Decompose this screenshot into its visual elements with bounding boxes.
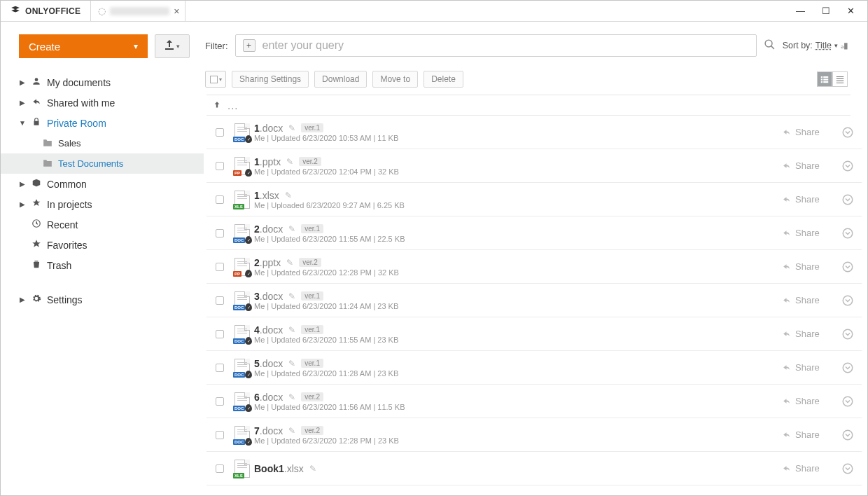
file-row[interactable]: PP 2.pptx ✎ ver.2 Me | Updated 6/23/2020… bbox=[206, 250, 862, 284]
share-button[interactable]: Share bbox=[782, 329, 838, 339]
edit-icon[interactable]: ✎ bbox=[288, 291, 295, 301]
edit-icon[interactable]: ✎ bbox=[288, 123, 295, 133]
minimize-button[interactable]: — bbox=[796, 6, 805, 16]
close-window-button[interactable]: ✕ bbox=[847, 6, 855, 16]
collapse-icon[interactable]: ▼ bbox=[19, 119, 26, 127]
edit-icon[interactable]: ✎ bbox=[286, 258, 293, 268]
close-tab-icon[interactable]: × bbox=[174, 6, 179, 17]
sidebar-item-sales[interactable]: Sales bbox=[19, 133, 194, 153]
row-checkbox[interactable] bbox=[209, 397, 230, 406]
row-actions-button[interactable] bbox=[838, 193, 858, 206]
select-all-checkbox[interactable]: ▾ bbox=[205, 71, 226, 88]
maximize-button[interactable]: ☐ bbox=[822, 6, 830, 16]
row-actions-button[interactable] bbox=[838, 160, 858, 172]
file-row[interactable]: DOC 3.docx ✎ ver.1 Me | Updated 6/23/202… bbox=[206, 284, 862, 317]
file-row[interactable]: DOC 5.docx ✎ ver.1 Me | Updated 6/23/202… bbox=[206, 351, 862, 385]
expand-icon[interactable]: ▶ bbox=[19, 78, 26, 86]
sidebar-item-settings[interactable]: ▶ Settings bbox=[19, 289, 194, 310]
file-row[interactable]: PP 1.pptx ✎ ver.2 Me | Updated 6/23/2020… bbox=[206, 149, 862, 183]
file-list[interactable]: DOC 1.docx ✎ ver.1 Me | Updated 6/23/202… bbox=[206, 116, 862, 495]
version-badge[interactable]: ver.1 bbox=[301, 224, 323, 233]
share-button[interactable]: Share bbox=[782, 362, 838, 373]
file-row[interactable]: DOC 2.docx ✎ ver.1 Me | Updated 6/23/202… bbox=[206, 216, 862, 250]
file-row[interactable]: XLS 1.xlsx ✎ Me | Uploaded 6/23/2020 9:2… bbox=[206, 183, 862, 216]
add-filter-icon[interactable]: + bbox=[243, 39, 255, 52]
share-button[interactable]: Share bbox=[782, 261, 838, 272]
share-button[interactable]: Share bbox=[782, 228, 838, 238]
edit-icon[interactable]: ✎ bbox=[288, 426, 295, 436]
row-actions-button[interactable] bbox=[838, 429, 858, 441]
edit-icon[interactable]: ✎ bbox=[288, 392, 295, 402]
row-actions-button[interactable] bbox=[838, 328, 858, 340]
share-button[interactable]: Share bbox=[782, 429, 838, 440]
upload-button[interactable]: ▾ bbox=[155, 34, 190, 58]
row-actions-button[interactable] bbox=[838, 126, 858, 139]
row-actions-button[interactable] bbox=[838, 395, 858, 408]
row-checkbox[interactable] bbox=[209, 229, 230, 237]
version-badge[interactable]: ver.1 bbox=[301, 359, 323, 368]
version-badge[interactable]: ver.1 bbox=[301, 325, 323, 334]
create-button[interactable]: Create ▾ bbox=[19, 34, 148, 58]
list-view-button[interactable] bbox=[817, 71, 832, 87]
edit-icon[interactable]: ✎ bbox=[309, 464, 316, 474]
expand-icon[interactable]: ▶ bbox=[19, 200, 26, 208]
search-icon[interactable] bbox=[764, 39, 776, 53]
sharing-settings-button[interactable]: Sharing Settings bbox=[232, 71, 309, 88]
row-checkbox[interactable] bbox=[209, 431, 230, 439]
sidebar-item-test-documents[interactable]: Test Documents bbox=[1, 153, 204, 174]
sidebar-item-in-projects[interactable]: ▶ In projects bbox=[19, 194, 194, 214]
share-button[interactable]: Share bbox=[782, 396, 838, 406]
edit-icon[interactable]: ✎ bbox=[285, 191, 292, 200]
version-badge[interactable]: ver.2 bbox=[301, 392, 323, 401]
row-actions-button[interactable] bbox=[838, 227, 858, 240]
sidebar-item-favorites[interactable]: Favorites bbox=[19, 235, 194, 255]
row-checkbox[interactable] bbox=[209, 296, 230, 305]
sidebar-item-shared[interactable]: ▶ Shared with me bbox=[19, 92, 194, 113]
version-badge[interactable]: ver.2 bbox=[299, 157, 321, 166]
share-button[interactable]: Share bbox=[782, 295, 838, 305]
share-button[interactable]: Share bbox=[782, 463, 838, 474]
delete-button[interactable]: Delete bbox=[424, 71, 463, 88]
sort-direction-icon[interactable]: ₐ▮ bbox=[841, 41, 848, 50]
file-row[interactable]: DOC 7.docx ✎ ver.2 Me | Updated 6/23/202… bbox=[206, 418, 862, 452]
expand-icon[interactable]: ▶ bbox=[19, 296, 26, 303]
version-badge[interactable]: ver.2 bbox=[301, 426, 323, 435]
row-actions-button[interactable] bbox=[838, 361, 858, 374]
row-checkbox[interactable] bbox=[209, 195, 230, 204]
row-actions-button[interactable] bbox=[838, 462, 858, 475]
row-checkbox[interactable] bbox=[209, 162, 230, 170]
edit-icon[interactable]: ✎ bbox=[288, 325, 295, 335]
row-checkbox[interactable] bbox=[209, 464, 230, 473]
row-actions-button[interactable] bbox=[838, 294, 858, 307]
folder-up-bar[interactable]: ... bbox=[206, 95, 850, 116]
file-row[interactable]: DOC 6.docx ✎ ver.2 Me | Updated 6/23/202… bbox=[206, 385, 862, 418]
sort-field[interactable]: Title bbox=[816, 41, 832, 50]
edit-icon[interactable]: ✎ bbox=[286, 157, 293, 167]
file-row[interactable]: DOC 1.docx ✎ ver.1 Me | Updated 6/23/202… bbox=[206, 116, 862, 149]
edit-icon[interactable]: ✎ bbox=[288, 359, 295, 368]
row-checkbox[interactable] bbox=[209, 263, 230, 271]
move-to-button[interactable]: Move to bbox=[372, 71, 418, 88]
share-button[interactable]: Share bbox=[782, 194, 838, 205]
row-checkbox[interactable] bbox=[209, 364, 230, 372]
download-button[interactable]: Download bbox=[314, 71, 367, 88]
version-badge[interactable]: ver.2 bbox=[299, 258, 321, 267]
sort-by[interactable]: Sort by: Title ▾ ₐ▮ bbox=[783, 41, 848, 50]
sidebar-item-recent[interactable]: Recent bbox=[19, 214, 194, 235]
compact-view-button[interactable] bbox=[832, 71, 848, 87]
file-row[interactable]: XLS Book1.xlsx ✎ Share bbox=[206, 452, 862, 485]
sidebar-item-my-documents[interactable]: ▶ My documents bbox=[19, 72, 194, 92]
version-badge[interactable]: ver.1 bbox=[301, 123, 323, 132]
expand-icon[interactable]: ▶ bbox=[19, 99, 26, 106]
document-tab[interactable]: ◌ × bbox=[91, 1, 186, 21]
expand-icon[interactable]: ▶ bbox=[19, 180, 26, 188]
file-row[interactable]: DOC 4.docx ✎ ver.1 Me | Updated 6/23/202… bbox=[206, 317, 862, 351]
row-checkbox[interactable] bbox=[209, 330, 230, 338]
share-button[interactable]: Share bbox=[782, 160, 838, 171]
sidebar-item-trash[interactable]: Trash bbox=[19, 255, 194, 275]
row-actions-button[interactable] bbox=[838, 261, 858, 273]
sidebar-item-common[interactable]: ▶ Common bbox=[19, 174, 194, 194]
row-checkbox[interactable] bbox=[209, 128, 230, 137]
edit-icon[interactable]: ✎ bbox=[288, 224, 295, 234]
share-button[interactable]: Share bbox=[782, 127, 838, 137]
